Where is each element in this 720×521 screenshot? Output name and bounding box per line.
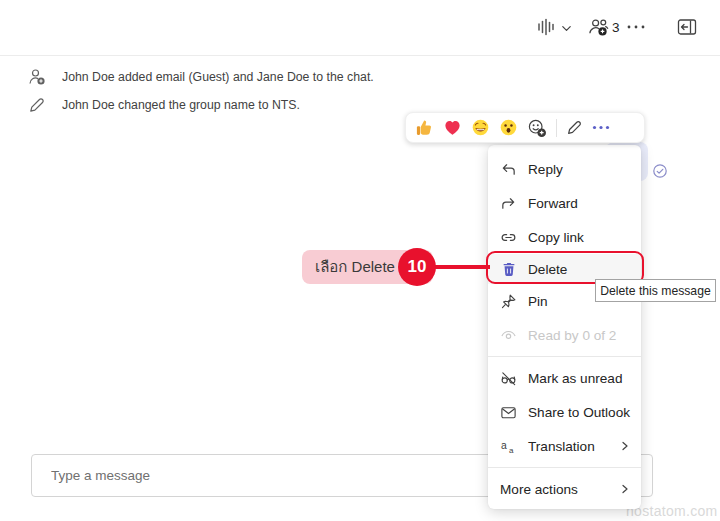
menu-item-label: Translation <box>528 439 595 454</box>
translate-icon: aa <box>500 438 517 455</box>
menu-item-translation[interactable]: aa Translation <box>488 429 641 463</box>
chevron-down-icon[interactable] <box>560 22 573 35</box>
menu-item-label: Copy link <box>528 230 584 245</box>
menu-item-reply[interactable]: Reply <box>488 152 641 186</box>
heart-emoji[interactable] <box>443 118 462 137</box>
menu-item-label: Delete <box>528 262 567 277</box>
svg-text:a: a <box>509 445 514 454</box>
check-circle-icon <box>652 163 668 179</box>
annotation-step-badge: 10 <box>398 248 436 286</box>
system-message: John Doe added email (Guest) and Jane Do… <box>62 70 374 84</box>
header-more-icon[interactable] <box>626 24 646 30</box>
menu-item-label: Reply <box>528 162 563 177</box>
more-options-icon[interactable] <box>592 125 610 130</box>
add-reaction-icon[interactable] <box>527 118 547 138</box>
participant-count: 3 <box>612 20 620 35</box>
glasses-off-icon <box>500 370 517 387</box>
forward-icon <box>500 195 517 212</box>
menu-item-forward[interactable]: Forward <box>488 186 641 220</box>
chevron-right-icon <box>619 483 631 495</box>
chevron-right-icon <box>619 440 631 452</box>
audio-wave-icon[interactable] <box>536 17 556 37</box>
menu-item-label: More actions <box>500 482 578 497</box>
menu-item-label: Forward <box>528 196 578 211</box>
menu-item-label: Read by 0 of 2 <box>528 328 616 343</box>
thumbs-up-emoji[interactable] <box>415 118 434 137</box>
trash-icon <box>500 261 517 278</box>
link-icon <box>500 229 517 246</box>
pin-icon <box>500 293 517 310</box>
surprised-emoji[interactable] <box>499 118 518 137</box>
eye-icon <box>500 327 517 344</box>
person-add-icon <box>28 68 46 86</box>
reaction-bar <box>405 112 645 143</box>
people-add-icon[interactable] <box>587 17 610 37</box>
menu-item-more-actions[interactable]: More actions <box>488 472 641 506</box>
laughing-emoji[interactable] <box>471 118 490 137</box>
menu-item-share-outlook[interactable]: Share to Outlook <box>488 395 641 429</box>
menu-item-copy-link[interactable]: Copy link <box>488 220 641 254</box>
menu-item-mark-unread[interactable]: Mark as unread <box>488 361 641 395</box>
reaction-bar-divider <box>556 119 557 137</box>
open-in-window-icon[interactable] <box>677 18 697 36</box>
svg-text:a: a <box>501 439 507 450</box>
pencil-icon <box>28 96 46 114</box>
menu-divider <box>488 467 641 468</box>
edit-message-icon[interactable] <box>566 119 583 136</box>
mail-icon <box>500 404 517 421</box>
menu-item-label: Share to Outlook <box>528 405 630 420</box>
menu-item-label: Mark as unread <box>528 371 622 386</box>
tooltip: Delete this message <box>595 279 716 302</box>
menu-divider <box>488 356 641 357</box>
system-message: John Doe changed the group name to NTS. <box>62 98 300 112</box>
menu-item-label: Pin <box>528 294 548 309</box>
message-context-menu: Reply Forward Copy link Delete Pin <box>488 145 641 509</box>
reply-icon <box>500 161 517 178</box>
annotation-connector-line <box>433 265 490 269</box>
menu-item-read-by: Read by 0 of 2 <box>488 318 641 352</box>
